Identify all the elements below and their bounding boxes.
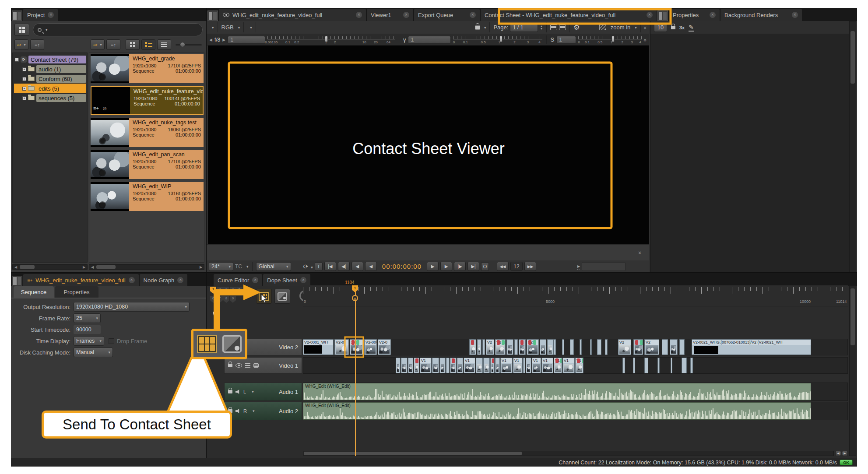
pane-split-icon[interactable] [207,11,218,21]
timeline-clip[interactable]: V2 [618,339,631,355]
timeline-clip[interactable] [679,339,685,355]
tag-marker-7[interactable]: 7 [217,296,223,303]
chevron-down-icon[interactable]: ▾ [484,25,486,30]
layers-icon[interactable] [245,363,250,368]
saturation-slider[interactable]: 00.10.51234 [578,35,642,45]
timeline-clip[interactable]: V1 [562,358,575,373]
timeline-clip[interactable] [662,339,668,355]
timeline-clip[interactable]: 2-0 [350,339,363,355]
next-edit-button[interactable]: |▶ [454,262,466,271]
timeline-vscrollbar[interactable] [849,285,856,456]
page-spinner[interactable]: ▲▼ [540,25,543,30]
bin-item[interactable]: +audio (1) [22,64,86,74]
scroll-left-button[interactable]: ◀ [835,451,841,456]
zoom-select[interactable]: zoom in [611,24,631,31]
chevron-down-icon[interactable]: ▾ [246,264,249,269]
close-icon[interactable]: × [403,12,409,18]
goto-end-button[interactable]: ▶| [467,262,479,271]
frame-increment-input[interactable]: 12 [510,262,523,271]
row-delete-icon[interactable] [550,25,557,30]
saturation-input[interactable]: 1 [556,36,576,44]
timeline-clip[interactable] [670,339,678,355]
bin-item[interactable]: -⟳Contact Sheet (79) [15,55,86,64]
tag-marker-3[interactable]: 3 [223,287,229,294]
next-icon[interactable]: ▶ [222,38,225,42]
bin-tree-hscrollbar[interactable]: ◀▶ [12,264,88,270]
field-select-1[interactable]: 25▾ [74,313,101,323]
close-icon[interactable]: × [792,12,798,18]
list-sort-az-button[interactable]: az▾ [91,39,105,50]
timeline-clip[interactable] [547,339,553,355]
bin-item[interactable]: +sequences (5) [22,93,86,103]
clip-card[interactable]: WHG_edit_WIP1920x10801316f @25FPSSequenc… [91,182,204,211]
lock-icon[interactable] [228,364,232,367]
tab-dope-sheet[interactable]: Dope Sheet × [263,274,310,286]
close-icon[interactable]: × [710,12,716,18]
timecode-display[interactable]: 00:00:00:00 [382,263,422,270]
timeline-clip[interactable] [457,358,463,373]
audio-clip[interactable]: WHG_Edit (WHG_Edit) [303,383,811,400]
timeline-clip[interactable] [477,339,481,355]
sort-az-button[interactable]: az▾ [14,39,28,50]
viewer-tab-3[interactable]: Contact Sheet - WHG_edit_nuke_feature_vi… [481,9,657,21]
timeline-clip[interactable]: V2 [644,339,659,355]
timeline-clip[interactable] [396,358,401,373]
viewer-tab-0[interactable]: WHG_edit_nuke_feature_video_full× [219,9,366,21]
timeline-clip[interactable] [605,339,608,355]
tree-expander-icon[interactable]: + [22,77,26,81]
pane-split-icon[interactable] [12,11,22,21]
timeline-clip[interactable] [490,358,495,373]
viewer-canvas[interactable]: Contact Sheet Viewer [208,46,649,244]
timeline-clip[interactable]: V2-0001_WH [303,339,334,355]
timeline-clip[interactable]: V1 [513,358,523,373]
timeline-clip[interactable] [570,339,574,355]
timeline-clip[interactable] [469,339,476,355]
timeline-clip[interactable]: V1 [541,358,553,373]
clip-card[interactable]: WHG_edit_pan_scan1920x10801710f @25FPSSe… [91,150,204,179]
timeline-hscrollbar[interactable] [303,451,834,456]
razor-tool-icon[interactable]: ✂ [211,393,216,400]
timeline-clip[interactable] [446,358,450,373]
close-icon[interactable]: × [252,277,258,283]
close-icon[interactable]: × [647,12,653,18]
channel-select[interactable]: L [243,389,246,394]
close-icon[interactable]: × [356,12,362,18]
pencil-icon[interactable]: ✎ [689,24,694,32]
timeline-clip[interactable] [514,339,518,355]
tag-marker-2[interactable]: 2 [217,287,223,294]
viewer-tab-5[interactable]: Background Renders× [720,9,802,21]
timeline-clip[interactable]: V2 [495,339,506,355]
script-icon[interactable]: 3x [679,25,685,30]
unlock-icon[interactable] [671,26,675,29]
track-header-audio-1[interactable]: L▾Audio 1 [224,383,302,401]
play-backward-button[interactable]: ◀ [351,262,363,271]
timeline-clip[interactable] [622,358,625,373]
chevron-down-icon[interactable]: ▾ [212,25,214,30]
tab-project[interactable]: Project × [23,9,58,21]
bin-view-toggle-button[interactable] [14,24,29,36]
list-sort-order-button[interactable]: ≡↑ [106,39,120,50]
timeline-clip[interactable]: V1 [464,358,475,373]
close-icon[interactable]: × [300,277,306,283]
tree-expander-icon[interactable]: + [22,67,26,71]
timeline-clip[interactable] [690,358,693,373]
clip-card[interactable]: WHG_edit_nuke_tags test1920x10801606f @2… [91,118,204,147]
timeline-clip[interactable] [506,339,513,355]
in-out-range-icon[interactable]: ▸ [577,263,580,270]
viewer-tab-1[interactable]: Viewer1× [367,9,413,21]
timeline-clip[interactable] [657,358,660,373]
timeline-clip[interactable] [580,339,582,355]
field-select-3[interactable]: Frames▾ [74,336,104,346]
timeline-clip[interactable]: V2 [486,339,494,355]
channel-select[interactable]: R [243,408,247,414]
channel-select[interactable]: RGB [221,24,234,31]
slider-knob[interactable] [499,36,503,42]
clip-card[interactable]: WHG_edit_grade1920x10801710f @25FPSSeque… [91,54,204,83]
timeline-clip[interactable] [482,339,485,355]
timeline-clip[interactable] [519,339,526,355]
mark-in-button[interactable]: I [315,262,323,271]
viewer-tab-2[interactable]: Export Queue× [414,9,480,21]
page-input[interactable]: 1 / 1 [510,23,538,32]
timeline-clip[interactable]: V2-0 [378,339,391,355]
gear-icon[interactable]: ⚙ [573,23,580,32]
